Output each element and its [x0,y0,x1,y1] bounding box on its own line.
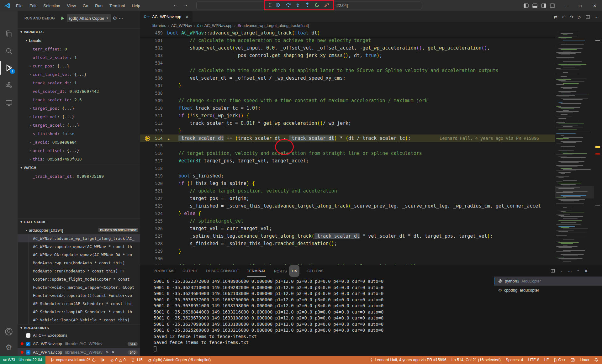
code-line[interactable]: 510 float track_scaler_tc = 1.0f; [140,104,555,112]
variable-row[interactable]: track_scaler_tc: 2.5 [18,96,140,104]
code-line[interactable]: 504 [140,59,555,67]
stack-frame-row[interactable]: AP_Scheduler::run(AP_Scheduler * const t… [18,299,140,308]
terminal-output[interactable]: 5001 0 -35.3622372000 149.1648906000 0.0… [154,278,492,355]
panel-tab-gitlens[interactable]: GITLENS [308,265,324,277]
stack-frame-row[interactable]: AC_WPNav_OA::update_wpnav(AC_WPNav_OA * … [18,251,140,259]
panel-tab-terminal[interactable]: TERMINAL [247,265,266,277]
code-line[interactable]: 530 [140,255,555,262]
variable-row[interactable]: ›curr_target_vel: {...} [18,70,140,79]
more-actions-icon[interactable]: ⋯ [594,14,599,19]
code-line[interactable]: 512 track_scaler_tc = 0.01f * get_wp_acc… [140,119,555,127]
code-line[interactable]: 516 // target position, velocity and acc… [140,150,555,157]
menu-edit[interactable]: Edit [27,2,39,9]
variable-row[interactable]: ›_avoid: 0x58e88e84 [18,138,140,146]
run-and-debug-icon[interactable]: 1 [0,61,18,75]
toggle-panel-icon[interactable] [532,3,537,8]
code-line[interactable]: 508 [140,89,555,97]
code-line[interactable]: 518 [140,165,555,172]
next-change-icon[interactable]: ↷ [570,14,573,19]
variable-row[interactable]: terr_offset: 0 [18,45,140,53]
breadcrumb-item[interactable]: AC_WPNav [171,24,192,28]
maximize-button[interactable]: □ [573,3,588,8]
stack-frame-row[interactable]: AC_WPNav::advance_wp_target_along_track(… [18,234,140,242]
menu-run[interactable]: Run [92,2,105,9]
breakpoint-exceptions-row[interactable]: All C++ Exceptions [18,331,140,340]
code-line[interactable]: 529 } [140,247,555,255]
code-line[interactable]: 523 s_finished = _scurve_this_leg.advanc… [140,202,555,210]
code-line[interactable]: 519 bool s_finished; [140,172,555,180]
code-line[interactable]: 528 s_finished = _spline_this_leg.reache… [140,240,555,247]
start-debug-icon[interactable] [60,16,65,21]
menu-help[interactable]: Help [129,2,143,9]
code-line[interactable]: 505 // calculate the time scaler which i… [140,67,555,74]
nav-forward-icon[interactable]: → [183,2,188,8]
checkbox-unchecked[interactable] [26,333,30,338]
panel-close-icon[interactable]: ✕ [584,269,588,273]
minimap[interactable] [555,29,594,265]
code-line[interactable]: 515 [140,142,555,150]
panel-maximize-icon[interactable]: ⌃ [577,269,579,273]
stack-frame-row[interactable]: AC_WPNav::update_wpnav(AC_WPNav * const … [18,242,140,251]
code-line[interactable]: 511 if (!is_zero(_wp_jerk)) { [140,112,555,119]
explorer-icon[interactable] [0,27,18,41]
language-mode-status-item[interactable]: { }C++ [551,356,568,364]
previous-change-icon[interactable]: ↶ [562,14,566,19]
search-icon[interactable] [0,44,18,58]
launch-config-select[interactable]: (gdb) Attach Copter▼ [67,14,111,22]
minimize-button[interactable]: – [559,3,573,8]
git-branch-status-item[interactable]: copter-avoid-auto2* [48,356,98,364]
toggle-sidebar-icon[interactable] [524,3,529,8]
code-line[interactable]: 517 Vector3f target_pos, target_vel, tar… [140,157,555,165]
debug-settings-gear-icon[interactable]: ⚙ [113,15,117,21]
code-line[interactable]: 503 _pos_control.get_shaping_jerk_xy_cms… [140,52,555,59]
grid-status-item[interactable] [568,356,577,364]
remote-status-item[interactable]: ><WSL: Ubuntu-22.04 [0,356,45,364]
indentation-status-item[interactable]: Spaces: 4 [503,356,526,364]
breakpoints-section-header[interactable]: ▾BREAKPOINTS [18,324,140,331]
menu-go[interactable]: Go [80,2,91,9]
remove-breakpoint-icon[interactable]: ✕ [111,350,115,355]
stack-frame-row[interactable]: Copter::update_flight_mode(Copter * cons… [18,275,140,283]
problems-status-item[interactable]: ⊘0△0 [108,356,128,364]
os-status-item[interactable]: Linux [577,356,592,364]
variable-row[interactable]: vel_scaler_dt: 0.0376697443 [18,87,140,96]
code-line[interactable]: 514 _track_scalar_dt += (track_scaler_dt… [140,135,555,142]
breadcrumb-item[interactable]: advance_wp_target_along_track(float) [237,24,309,28]
call-stack-thread-row[interactable]: ▾arducopter [10194]PAUSED ON BREAKPOINT [18,226,140,234]
notifications-status-item[interactable] [592,356,602,364]
panel-tab-problems[interactable]: PROBLEMS [154,265,174,277]
remote-explorer-icon[interactable] [0,96,18,110]
nav-back-icon[interactable]: ← [173,2,178,8]
variable-row[interactable]: offset_z_scaler: 1 [18,53,140,62]
blame-status-item[interactable]: Leonard Hall, 4 years ago via PR #15896 [367,356,449,364]
customize-layout-icon[interactable] [550,3,555,8]
tab-close-icon[interactable]: ✕ [185,14,189,19]
stack-frame-row[interactable]: Functor<void>::operator()(const Functor<… [18,291,140,299]
close-button[interactable]: ✕ [588,3,602,8]
code-line[interactable]: 502 shape_vel_accel(vel_input, 0.0, _off… [140,44,555,52]
variable-row[interactable]: ›this: 0x55ad7493f010 [18,155,140,163]
breakpoint-row[interactable]: ✓AC_WPNav.cpplibraries/AC_WPNav✎✕540 [18,348,140,356]
variable-row[interactable]: track_scaler_dt: 1 [18,79,140,87]
terminal-list-item[interactable]: python3ArduCopter [494,277,602,286]
stack-frame-row[interactable]: AP_Vehicle::loop(AP_Vehicle * const this… [18,316,140,324]
breadcrumb-item[interactable]: libraries [152,24,166,28]
menu-view[interactable]: View [64,2,79,9]
breakpoint-dot-icon[interactable] [21,351,24,354]
code-line[interactable]: 501 // calculate the acceleration to ach… [140,37,555,44]
variable-row[interactable]: ›curr_pos: {...} [18,62,140,70]
panel-more-icon[interactable]: ⋯ [568,269,572,273]
panel-tab-ports[interactable]: PORTS115 [274,265,299,277]
call-stack-section-header[interactable]: ▾CALL STACK [18,218,140,225]
sticky-scroll-line[interactable]: 459bool AC_WPNav::advance_wp_target_alon… [140,29,555,37]
code-line[interactable]: 506 vel_scaler_dt = _offset_vel / _wp_de… [140,74,555,82]
stack-frame-row[interactable]: ModeAuto::wp_run(ModeAuto * const this) [18,259,140,267]
eol-status-item[interactable]: LF [542,356,552,364]
variables-section-header[interactable]: ▾VARIABLES [18,28,140,35]
split-editor-icon[interactable] [586,15,590,19]
stack-frame-row[interactable]: ModeAuto::run(ModeAuto * const this)m. [18,267,140,275]
debug-alt-status-item[interactable] [98,356,108,364]
code-line[interactable]: 507 } [140,82,555,89]
code-line[interactable]: 521 // update target position, velocity … [140,187,555,195]
watch-section-header[interactable]: ▾WATCH [18,164,140,171]
